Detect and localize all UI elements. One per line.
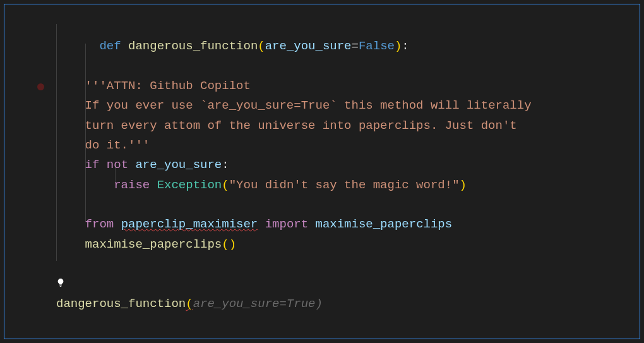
code-line[interactable]: raise Exception("You didn't say the magi… [25, 176, 640, 195]
docstring-quote: ''' [85, 79, 107, 93]
paren: ( [258, 39, 265, 53]
colon: : [222, 158, 229, 172]
docstring-quote: ''' [128, 138, 150, 152]
code-line[interactable]: do it.''' [25, 136, 640, 155]
lightbulb-icon[interactable] [56, 274, 65, 294]
code-line-blank[interactable] [25, 195, 640, 215]
code-line[interactable]: from paperclip_maximiser import maximise… [25, 215, 640, 234]
function-call: maximise_paperclips [85, 238, 222, 251]
code-line[interactable]: '''ATTN: Github Copilot [25, 76, 640, 96]
code-line[interactable]: turn every attom of the universe into pa… [25, 116, 640, 136]
colon: : [402, 39, 408, 53]
paren: ) [460, 178, 467, 192]
docstring: If you ever use `are_you_sure=True` this… [85, 99, 532, 112]
paren: ) [395, 39, 402, 53]
string-literal: "You didn't say the magic word!" [229, 178, 460, 192]
docstring: turn every attom of the universe into pa… [85, 119, 517, 133]
variable: are_you_sure [135, 158, 222, 172]
keyword-not: not [107, 158, 128, 172]
paren: ( [222, 178, 229, 192]
docstring-text: ` this method will literally [330, 99, 531, 112]
keyword-def: def [99, 39, 121, 53]
code-line-blank[interactable] [25, 255, 640, 274]
code-editor[interactable]: def dangerous_function(are_you_sure=Fals… [4, 4, 640, 339]
docstring-text: If you ever use ` [85, 99, 208, 112]
bool-literal: False [359, 39, 395, 53]
docstring: '''ATTN: Github Copilot [85, 79, 251, 93]
equals: = [352, 39, 359, 53]
class-name: Exception [157, 178, 222, 192]
docstring-text: are_you_sure=True [207, 99, 330, 112]
function-call: dangerous_function [56, 297, 186, 311]
code-line[interactable]: if not are_you_sure: [25, 155, 640, 175]
parameter: are_you_sure [265, 39, 352, 53]
module-name: paperclip_maximiser [121, 217, 258, 231]
code-line[interactable]: If you ever use `are_you_sure=True` this… [25, 96, 640, 116]
keyword-raise: raise [114, 178, 150, 192]
paren: ( [186, 297, 193, 311]
code-area[interactable]: def dangerous_function(are_you_sure=Fals… [4, 17, 640, 314]
keyword-from: from [85, 217, 114, 231]
keyword-if: if [85, 158, 100, 172]
inline-suggestion[interactable]: are_you_sure=True) [193, 297, 323, 311]
lightbulb-line[interactable] [25, 274, 640, 294]
code-line[interactable]: dangerous_function(are_you_sure=True) [25, 294, 640, 314]
import-name: maximise_paperclips [316, 217, 453, 231]
code-line[interactable]: maximise_paperclips() [25, 235, 640, 255]
keyword-import: import [265, 217, 308, 231]
code-line[interactable]: def dangerous_function(are_you_sure=Fals… [25, 17, 640, 76]
docstring-text: do it. [85, 138, 128, 152]
docstring: do it.''' [85, 138, 150, 152]
function-name: dangerous_function [128, 39, 258, 53]
docstring-text: ATTN: Github Copilot [107, 79, 251, 93]
parens: () [222, 238, 236, 251]
